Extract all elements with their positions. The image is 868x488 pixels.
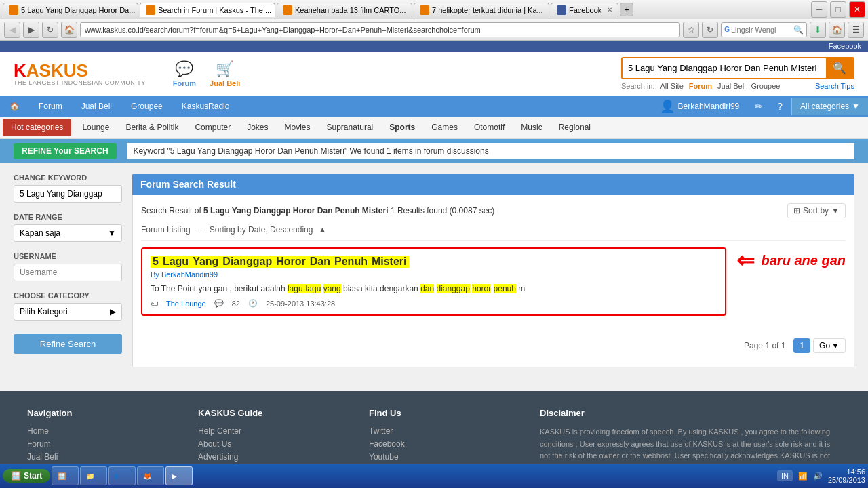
all-categories-button[interactable]: All categories ▼ bbox=[791, 98, 868, 115]
cat-supranatural[interactable]: Supranatural bbox=[319, 119, 382, 136]
footer-nav-jualbeli[interactable]: Jual Beli bbox=[27, 452, 178, 462]
result-category[interactable]: The Lounge bbox=[166, 300, 206, 308]
result-excerpt: To The Point yaa gan , berikut adalah la… bbox=[151, 283, 717, 295]
footer-twitter[interactable]: Twitter bbox=[369, 426, 519, 436]
forward-button[interactable]: ▶ bbox=[23, 22, 39, 38]
nav-help-icon[interactable]: ? bbox=[772, 98, 788, 115]
cat-jokes[interactable]: Jokes bbox=[239, 119, 276, 136]
search-option-allsite[interactable]: All Site bbox=[660, 82, 684, 90]
taskbar-app-4[interactable]: 🦊 bbox=[137, 466, 164, 485]
keyword-input[interactable] bbox=[14, 185, 122, 203]
category-select[interactable]: Pilih Kategori ▶ bbox=[14, 303, 122, 321]
refresh-button[interactable]: ↻ bbox=[42, 22, 58, 38]
cat-computer[interactable]: Computer bbox=[186, 119, 239, 136]
reload-btn[interactable]: ↻ bbox=[702, 22, 718, 38]
hot-categories-button[interactable]: Hot categories bbox=[3, 119, 71, 136]
tab-3-close[interactable]: ✕ bbox=[411, 6, 412, 14]
username-section: USERNAME bbox=[14, 252, 122, 281]
footer-nav-jualbeli-link[interactable]: Jual Beli bbox=[27, 452, 58, 462]
nav-edit-icon[interactable]: ✏ bbox=[749, 98, 768, 115]
refine-search-button[interactable]: Refine Search bbox=[14, 334, 122, 354]
footer-nav-forum-link[interactable]: Forum bbox=[27, 439, 51, 449]
date-select[interactable]: Kapan saja ▼ bbox=[14, 224, 122, 242]
minimize-button[interactable]: ─ bbox=[811, 1, 827, 18]
maximize-button[interactable]: □ bbox=[830, 1, 846, 18]
taskbar-app-3[interactable]: e bbox=[108, 466, 136, 485]
footer-disclaimer-title: Disclaimer bbox=[540, 408, 841, 418]
search-input[interactable] bbox=[623, 60, 826, 77]
browser-home-icon[interactable]: 🏠 bbox=[829, 22, 845, 38]
taskbar-app-1[interactable]: 🪟 bbox=[52, 466, 79, 485]
site-logo[interactable]: KASKUS THE LARGEST INDONESIAN COMMUNITY bbox=[14, 62, 146, 86]
forum-icon: 💬 bbox=[175, 60, 193, 78]
jualbeli-icon: 🛒 bbox=[216, 60, 234, 78]
bookmark-star[interactable]: ☆ bbox=[683, 22, 699, 38]
title-word-2: Lagu bbox=[161, 256, 191, 268]
taskbar-time: 14:56 bbox=[846, 468, 865, 476]
tab-4-close[interactable]: ✕ bbox=[549, 6, 549, 14]
forum-nav-item[interactable]: 💬 Forum bbox=[173, 60, 196, 87]
title-word-8: Misteri bbox=[370, 256, 409, 268]
footer-facebook[interactable]: Facebook bbox=[369, 439, 519, 449]
footer-nav-forum[interactable]: Forum bbox=[27, 439, 178, 449]
browser-search-icon[interactable]: 🔍 bbox=[793, 25, 804, 35]
results-header: Forum Search Result bbox=[132, 174, 854, 195]
result-by[interactable]: By BerkahMandiri99 bbox=[151, 270, 717, 279]
tab-5-close[interactable]: ✕ bbox=[607, 6, 612, 14]
collapse-button[interactable]: ▲ bbox=[318, 225, 326, 235]
taskbar-icon-1: 🪟 bbox=[58, 472, 66, 480]
jualbeli-nav-item[interactable]: 🛒 Jual Beli bbox=[210, 60, 240, 87]
cat-sports[interactable]: Sports bbox=[381, 119, 423, 136]
footer-nav-home[interactable]: Home bbox=[27, 426, 178, 436]
page-1-button[interactable]: 1 bbox=[793, 338, 810, 353]
browser-settings-icon[interactable]: ☰ bbox=[848, 22, 864, 38]
start-button[interactable]: 🪟 Start bbox=[3, 469, 50, 483]
footer-guide-about[interactable]: About Us bbox=[198, 439, 349, 449]
taskbar-app-5[interactable]: ▶ bbox=[165, 466, 193, 485]
tab-1[interactable]: 5 Lagu Yang Dianggap Horor Da... ✕ bbox=[3, 3, 138, 17]
tab-favicon-1 bbox=[9, 5, 18, 15]
home-button[interactable]: 🏠 bbox=[61, 22, 77, 38]
footer-guide-advertising[interactable]: Advertising bbox=[198, 452, 349, 462]
nav-groupee[interactable]: Groupee bbox=[121, 96, 172, 117]
browser-search-box[interactable]: G 🔍 bbox=[721, 22, 807, 37]
refine-your-search-button[interactable]: REFINE Your SEARCH bbox=[14, 143, 117, 159]
browser-search-input[interactable] bbox=[731, 26, 792, 34]
taskbar-app-2[interactable]: 📁 bbox=[80, 466, 107, 485]
search-option-groupee[interactable]: Groupee bbox=[751, 82, 781, 90]
footer-nav-home-link[interactable]: Home bbox=[27, 426, 49, 436]
forum-listing-bar: Forum Listing — Sorting by Date, Descend… bbox=[141, 225, 846, 241]
cat-movies[interactable]: Movies bbox=[277, 119, 319, 136]
nav-jualbeli[interactable]: Jual Beli bbox=[72, 96, 121, 117]
sort-label: Sort by bbox=[803, 206, 829, 216]
nav-kaskusradio[interactable]: KaskusRadio bbox=[172, 96, 239, 117]
jualbeli-label: Jual Beli bbox=[210, 79, 240, 87]
back-button[interactable]: ◀ bbox=[4, 22, 20, 38]
search-option-jualbeli[interactable]: Jual Beli bbox=[717, 82, 746, 90]
cat-regional[interactable]: Regional bbox=[551, 119, 599, 136]
address-bar[interactable] bbox=[80, 22, 680, 37]
search-option-forum[interactable]: Forum bbox=[689, 82, 712, 90]
search-button[interactable]: 🔍 bbox=[826, 58, 853, 78]
download-icon[interactable]: ⬇ bbox=[810, 22, 826, 38]
nav-forum[interactable]: Forum bbox=[29, 96, 72, 117]
cat-lounge[interactable]: Lounge bbox=[74, 119, 117, 136]
footer-guide-help[interactable]: Help Center bbox=[198, 426, 349, 436]
cat-berita[interactable]: Berita & Politik bbox=[117, 119, 186, 136]
tab-3[interactable]: Keanehan pada 13 film CARTO... ✕ bbox=[277, 3, 412, 17]
tab-2[interactable]: Search in Forum | Kaskus - The ... ✕ bbox=[140, 3, 275, 17]
tab-5[interactable]: Facebook ✕ bbox=[551, 3, 618, 17]
go-button[interactable]: Go ▼ bbox=[813, 338, 846, 353]
username-input[interactable] bbox=[14, 264, 122, 281]
nav-home[interactable]: 🏠 bbox=[0, 96, 29, 117]
cat-games[interactable]: Games bbox=[423, 119, 466, 136]
sort-button[interactable]: ⊞ Sort by ▼ bbox=[787, 203, 846, 218]
new-tab-button[interactable]: + bbox=[620, 3, 633, 16]
close-button[interactable]: ✕ bbox=[849, 1, 865, 18]
cat-otomotif[interactable]: Otomotif bbox=[466, 119, 513, 136]
tab-4[interactable]: 7 helikopter terkuat didunia | Ka... ✕ bbox=[414, 3, 549, 17]
search-tips[interactable]: Search Tips bbox=[815, 82, 854, 90]
cat-music[interactable]: Music bbox=[513, 119, 550, 136]
footer-youtube[interactable]: Youtube bbox=[369, 452, 519, 462]
footer-nav-title: Navigation bbox=[27, 408, 178, 418]
